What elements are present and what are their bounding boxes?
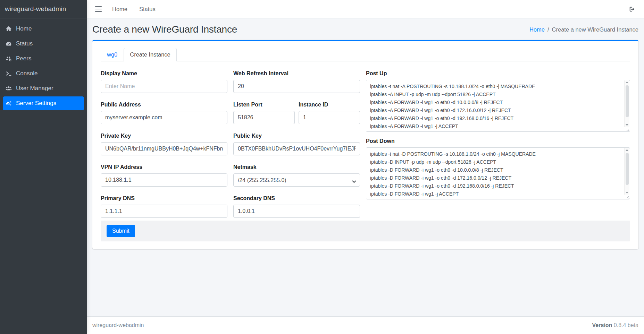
page-title: Create a new WireGuard Instance (92, 24, 237, 35)
gauge-icon (6, 41, 16, 47)
sidebar-item-label: Home (16, 25, 32, 32)
sidebar-item-peers[interactable]: Peers (3, 52, 84, 66)
instance-id-label: Instance ID (299, 102, 360, 108)
scroll-down-icon[interactable] (626, 192, 628, 194)
breadcrumb-current: Create a new WireGuard Instance (552, 26, 638, 33)
sidebar-item-user-manager[interactable]: User Manager (3, 82, 84, 95)
main-area: Home Status Create a new WireGuard Insta… (87, 0, 644, 334)
topnav-link-status[interactable]: Status (133, 6, 161, 12)
sidebar: wireguard-webadmin Home Status (0, 0, 87, 334)
tab-create-instance[interactable]: Create Instance (124, 48, 176, 61)
footer-version-label: Version (592, 322, 612, 328)
form-footer: Submit (101, 221, 630, 241)
instance-id-field[interactable] (299, 111, 360, 124)
post-up-scrollbar[interactable] (624, 80, 629, 127)
home-icon (6, 26, 16, 32)
post-down-field[interactable]: iptables -t nat -D POSTROUTING -s 10.188… (366, 148, 624, 199)
sidebar-item-label: Server Settings (16, 100, 56, 107)
sidebar-item-status[interactable]: Status (3, 37, 84, 51)
sidebar-item-home[interactable]: Home (3, 22, 84, 36)
listen-port-label: Listen Port (233, 102, 295, 108)
sidebar-item-server-settings[interactable]: Server Settings (3, 96, 84, 110)
primary-dns-label: Primary DNS (101, 195, 227, 202)
tab-wg0[interactable]: wg0 (101, 48, 124, 61)
web-refresh-interval-field[interactable] (233, 80, 360, 93)
submit-button[interactable]: Submit (107, 225, 135, 237)
page-footer: wireguard-webadmin Version 0.8.4 beta (87, 316, 644, 334)
sidebar-nav: Home Status (0, 18, 87, 115)
scroll-thumb[interactable] (626, 85, 629, 117)
private-key-field[interactable] (101, 142, 227, 155)
breadcrumb-separator: / (547, 26, 549, 33)
instance-form: Display Name Public Address Private Key … (101, 61, 630, 218)
sidebar-item-label: Status (16, 40, 33, 47)
sidebar-item-console[interactable]: Console (3, 67, 84, 80)
post-up-label: Post Up (366, 70, 630, 77)
brand-title[interactable]: wireguard-webadmin (0, 0, 87, 18)
vpn-ip-field[interactable] (101, 173, 227, 187)
footer-app-name: wireguard-webadmin (92, 322, 144, 328)
footer-version: Version 0.8.4 beta (592, 322, 638, 328)
post-down-scrollbar[interactable] (624, 148, 629, 195)
public-address-field[interactable] (101, 111, 227, 124)
vpn-ip-label: VPN IP Address (101, 164, 227, 170)
scroll-thumb[interactable] (626, 153, 629, 185)
content-header: Create a new WireGuard Instance Home / C… (87, 18, 644, 40)
secondary-dns-label: Secondary DNS (233, 195, 360, 202)
public-key-field[interactable] (233, 142, 360, 155)
post-up-field[interactable]: iptables -t nat -A POSTROUTING -s 10.188… (366, 80, 624, 131)
private-key-label: Private Key (101, 133, 227, 139)
sidebar-item-label: Console (16, 70, 37, 77)
sidebar-item-label: User Manager (16, 85, 53, 92)
resize-handle[interactable] (626, 195, 629, 198)
instance-card: wg0 Create Instance Display Name Public … (92, 40, 638, 249)
footer-version-value: 0.8.4 beta (614, 322, 638, 328)
content-area: Create a new WireGuard Instance Home / C… (87, 18, 644, 316)
sign-out-icon[interactable] (629, 6, 635, 12)
display-name-label: Display Name (101, 70, 227, 77)
web-refresh-interval-label: Web Refresh Interval (233, 70, 360, 77)
public-address-label: Public Address (101, 102, 227, 108)
breadcrumb-home-link[interactable]: Home (529, 26, 545, 33)
netmask-label: Netmask (233, 164, 360, 170)
scroll-down-icon[interactable] (626, 124, 628, 126)
breadcrumb: Home / Create a new WireGuard Instance (529, 26, 638, 33)
users-gear-icon (6, 55, 16, 62)
top-navbar: Home Status (87, 0, 644, 18)
scroll-up-icon[interactable] (626, 82, 628, 83)
scroll-up-icon[interactable] (626, 149, 628, 151)
instance-tabs: wg0 Create Instance (101, 48, 630, 61)
primary-dns-field[interactable] (101, 205, 227, 218)
terminal-icon (6, 70, 16, 77)
listen-port-field[interactable] (233, 111, 295, 124)
users-icon (6, 85, 16, 92)
public-key-label: Public Key (233, 133, 360, 139)
cogs-icon (6, 100, 16, 106)
sidebar-item-label: Peers (16, 55, 31, 62)
menu-toggle-icon[interactable] (92, 5, 106, 13)
topnav-link-home[interactable]: Home (106, 6, 133, 12)
resize-handle[interactable] (626, 127, 629, 131)
secondary-dns-field[interactable] (233, 205, 360, 218)
post-down-label: Post Down (366, 138, 630, 144)
netmask-select[interactable]: /24 (255.255.255.0) (233, 173, 360, 187)
display-name-field[interactable] (101, 80, 227, 93)
